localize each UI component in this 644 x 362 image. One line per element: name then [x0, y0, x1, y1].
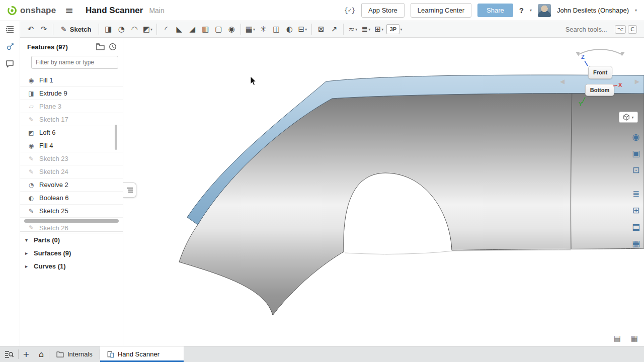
undo-button[interactable]: ↶	[24, 23, 37, 36]
view-cube[interactable]: ◀ ▶ Front Bottom Z X Y	[560, 42, 640, 113]
new-tab-button[interactable]: +	[19, 346, 34, 362]
thicken-button[interactable]: ≣▾	[359, 23, 372, 36]
rotate-right-icon[interactable]: ▶	[635, 78, 639, 85]
projection-dropdown-icon[interactable]: ▾	[400, 27, 402, 32]
fillet-icon: ◜	[165, 26, 168, 33]
extrude-button[interactable]: ◨	[102, 23, 115, 36]
split-button[interactable]: ⊟▾	[296, 23, 309, 36]
offset-surface-button[interactable]: ≈▾	[346, 23, 359, 36]
feature-item-fill-4[interactable]: ◉Fill 4	[20, 139, 123, 152]
move-face-button[interactable]: ↗	[328, 23, 341, 36]
feature-item-sketch-25[interactable]: ✎Sketch 25	[20, 205, 123, 218]
pattern-dropdown-icon[interactable]: ▾	[253, 27, 255, 32]
section-view-button[interactable]: ⊡	[630, 164, 642, 176]
share-button[interactable]: Share	[477, 4, 513, 17]
split-dropdown-icon[interactable]: ▾	[305, 27, 307, 32]
user-name[interactable]: John Desilets (Onshape)	[557, 7, 629, 14]
hscrollbar-thumb[interactable]	[24, 219, 119, 223]
help-icon[interactable]: ?	[519, 6, 524, 15]
tab-internals[interactable]: Internals	[49, 346, 100, 362]
projection-label: 3P	[386, 24, 399, 34]
sweep-button[interactable]: ◠	[128, 23, 141, 36]
user-avatar[interactable]	[538, 4, 551, 17]
feature-item-sketch-24[interactable]: ✎Sketch 24	[20, 165, 123, 178]
feature-list-vscrollbar[interactable]	[115, 125, 117, 150]
feature-item-revolve-2[interactable]: ◔Revolve 2	[20, 178, 123, 192]
enclose-button[interactable]: ⊞▾	[372, 23, 385, 36]
loft-button[interactable]: ◩▾	[141, 23, 154, 36]
plane-feature-icon: ▱	[27, 103, 35, 110]
linear-pattern-button[interactable]: ▦▾	[244, 23, 257, 36]
mirror-button[interactable]: ◫	[270, 23, 283, 36]
toolbar-separator	[53, 24, 53, 35]
shell-button[interactable]: ▢	[212, 23, 225, 36]
mate-connector-button[interactable]	[3, 40, 17, 54]
feature-item-sketch-23[interactable]: ✎Sketch 23	[20, 152, 123, 165]
feature-list-toggle-button[interactable]	[3, 23, 17, 37]
view-cube-bottom-face[interactable]: Bottom	[585, 84, 614, 96]
measure-button[interactable]: ▦	[631, 334, 638, 343]
feature-list-panel-button[interactable]: ≣	[630, 188, 642, 200]
sketch-button[interactable]: ✎ Sketch	[56, 23, 96, 36]
feature-item-boolean-6[interactable]: ◐Boolean 6	[20, 192, 123, 205]
thicken-dropdown-icon[interactable]: ▾	[368, 27, 370, 32]
hole-button[interactable]: ◉	[225, 23, 238, 36]
feature-label: Fill 4	[39, 142, 53, 149]
search-tabs-button[interactable]	[0, 346, 18, 362]
insert-folder-button[interactable]	[96, 43, 105, 50]
loft-dropdown-icon[interactable]: ▾	[150, 27, 152, 32]
view-cube-front-face[interactable]: Front	[588, 66, 612, 79]
feature-item-sketch-26[interactable]: ✎Sketch 26	[20, 224, 123, 232]
featurescript-icon[interactable]: {✓}	[344, 7, 355, 14]
feature-list-hscrollbar[interactable]	[20, 218, 123, 224]
search-tools-input[interactable]	[566, 26, 613, 33]
extrude-icon: ◨	[105, 26, 112, 33]
feature-item-plane-3[interactable]: ▱Plane 3	[20, 100, 123, 113]
snapshot-button[interactable]: ▤	[614, 334, 621, 343]
fillet-button[interactable]: ◜	[159, 23, 173, 36]
curves-section-header[interactable]: ▸ Curves (1)	[20, 259, 123, 273]
projection-button[interactable]: 3P▾	[385, 23, 403, 36]
versions-panel-button[interactable]: ▤	[630, 221, 642, 233]
boolean-button[interactable]: ◐	[283, 23, 296, 36]
display-states-button[interactable]: ▣	[630, 147, 642, 159]
graphics-viewport[interactable]: ◀ ▶ Front Bottom Z X Y ▾ ◉ ▣ ⊡ ≣ ⊞ ▤ ▦ ▤…	[123, 38, 644, 346]
view-options-button[interactable]: ▾	[619, 112, 638, 123]
user-menu-chevron-icon[interactable]: ▾	[635, 8, 637, 13]
rotate-left-icon[interactable]: ◀	[560, 78, 565, 85]
feature-item-sketch-17[interactable]: ✎Sketch 17	[20, 113, 123, 126]
workspace-name[interactable]: Main	[149, 7, 164, 15]
features-flyout-handle[interactable]	[123, 183, 136, 198]
feature-tree-icon	[6, 26, 15, 34]
folder-add-icon	[96, 43, 105, 50]
enclose-dropdown-icon[interactable]: ▾	[381, 27, 383, 32]
feature-item-loft-6[interactable]: ◩Loft 6	[20, 126, 123, 139]
main-menu-icon[interactable]: ≡	[62, 5, 76, 17]
features-panel: Features (97) ◉Fill 1 ◨Extrude 9 ▱Plane …	[20, 38, 123, 346]
comments-button[interactable]	[3, 57, 17, 71]
chamfer-button[interactable]: ◣	[173, 23, 186, 36]
parts-section-header[interactable]: ▾ Parts (0)	[20, 233, 123, 246]
home-tab-button[interactable]: ⌂	[34, 346, 49, 362]
history-button[interactable]	[109, 43, 117, 51]
feature-item-fill-1[interactable]: ◉Fill 1	[20, 74, 123, 87]
configurations-panel-button[interactable]: ▦	[630, 237, 642, 249]
appearance-panel-button[interactable]: ◉	[630, 131, 642, 143]
rib-button[interactable]: ▥	[199, 23, 212, 36]
feature-filter-input[interactable]	[31, 56, 118, 69]
offset-dropdown-icon[interactable]: ▾	[355, 27, 357, 32]
delete-face-button[interactable]: ⊠	[314, 23, 328, 36]
learning-center-button[interactable]: Learning Center	[411, 3, 471, 18]
app-store-button[interactable]: App Store	[361, 3, 405, 18]
feature-item-extrude-9[interactable]: ◨Extrude 9	[20, 87, 123, 100]
onshape-logo[interactable]: onshape	[7, 6, 56, 16]
surfaces-section-header[interactable]: ▸ Surfaces (9)	[20, 246, 123, 259]
bom-panel-button[interactable]: ⊞	[630, 204, 642, 216]
help-chevron-icon: ▾	[530, 8, 532, 13]
draft-button[interactable]: ◢	[186, 23, 199, 36]
tab-hand-scanner[interactable]: Hand Scanner	[100, 346, 184, 362]
redo-button[interactable]: ↷	[37, 23, 50, 36]
circular-pattern-button[interactable]: ✳	[257, 23, 270, 36]
feature-label: Revolve 2	[39, 181, 68, 189]
revolve-button[interactable]: ◔	[115, 23, 128, 36]
